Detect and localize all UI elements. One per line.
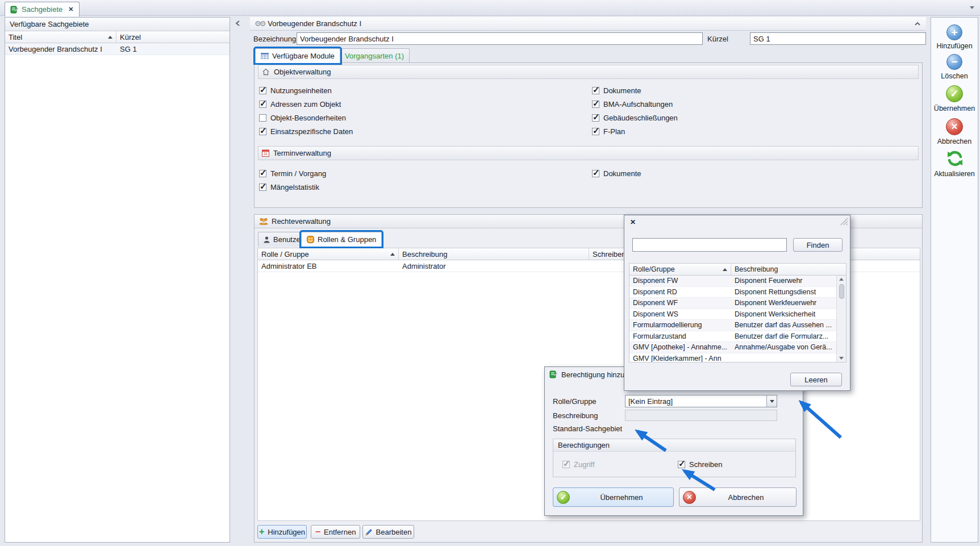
checkbox[interactable] bbox=[592, 87, 599, 94]
tab-verfuegbare-module[interactable]: Verfügbare Module bbox=[255, 48, 340, 63]
toolbar-loeschen-label: Löschen bbox=[931, 72, 978, 80]
checkbox-einsatzspezifische-daten[interactable]: Einsatzspezifische Daten bbox=[259, 127, 353, 136]
sort-ascending-icon bbox=[723, 268, 727, 271]
scrollbar[interactable] bbox=[836, 276, 846, 362]
bezeichnung-input[interactable] bbox=[297, 32, 703, 45]
lookup-column-rolle-gruppe[interactable]: Rolle/Gruppe bbox=[629, 264, 731, 275]
checkbox[interactable] bbox=[592, 170, 599, 177]
scroll-down-icon[interactable] bbox=[839, 357, 844, 360]
check-icon: ✓ bbox=[557, 491, 570, 504]
combobox-dropdown-button[interactable] bbox=[766, 395, 777, 407]
checkbox[interactable] bbox=[259, 170, 266, 177]
list-item[interactable]: Disponent WFDisponent Werkfeuerwehr bbox=[629, 298, 836, 309]
kuerzel-input[interactable] bbox=[750, 32, 926, 45]
checkbox-bma-aufschaltungen[interactable]: BMA-Aufschaltungen bbox=[592, 99, 673, 109]
checkbox[interactable] bbox=[592, 114, 599, 122]
list-item[interactable]: Disponent RDDisponent Rettungsdienst bbox=[629, 287, 836, 298]
main-panel-header: ⚙⚙ Vorbeugender Brandschutz I bbox=[250, 17, 926, 31]
hinzufuegen-row-button[interactable]: + Hinzufügen bbox=[257, 525, 307, 539]
rolle-gruppe-label: Rolle/Gruppe bbox=[553, 397, 597, 406]
pencil-icon bbox=[365, 528, 373, 536]
toolbar-loeschen-button[interactable]: − bbox=[946, 54, 962, 70]
beschreibung-input[interactable] bbox=[625, 410, 777, 421]
column-header-rolle-gruppe[interactable]: Rolle / Gruppe bbox=[258, 248, 399, 260]
checkbox-termin-vorgang[interactable]: Termin / Vorgang bbox=[259, 169, 326, 178]
cross-icon: ✕ bbox=[683, 491, 696, 504]
popup-close-icon[interactable]: ✕ bbox=[630, 218, 636, 226]
checkbox[interactable] bbox=[678, 461, 685, 468]
collapse-left-panel-button[interactable] bbox=[233, 19, 243, 28]
tab-overflow-icon[interactable] bbox=[970, 6, 974, 9]
checkbox[interactable] bbox=[259, 114, 266, 122]
lookup-search-input[interactable] bbox=[632, 238, 787, 252]
house-icon bbox=[262, 68, 270, 76]
table-row-sachgebiet[interactable]: Vorbeugender Brandschutz I SG 1 bbox=[5, 43, 230, 55]
scrollbar-thumb[interactable] bbox=[839, 284, 844, 299]
tab-vorgangsarten[interactable]: Vorgangsarten (1) bbox=[328, 48, 410, 63]
column-header-kuerzel[interactable]: Kürzel bbox=[116, 31, 230, 43]
checkbox-dokumente-termin[interactable]: Dokumente bbox=[592, 169, 641, 178]
toolbar-hinzufuegen-button[interactable]: + bbox=[946, 24, 962, 40]
toolbar-abbrechen-button[interactable]: ✕ bbox=[946, 118, 963, 135]
checkbox-zugriff[interactable]: Zugriff bbox=[562, 460, 595, 469]
notebook-icon bbox=[549, 370, 557, 378]
checkbox-maengelstatistik[interactable]: Mängelstatistik bbox=[259, 182, 319, 191]
leeren-button[interactable]: Leeren bbox=[790, 373, 842, 386]
checkbox[interactable] bbox=[259, 128, 266, 135]
toolbar-hinzufuegen-label: Hinzufügen bbox=[931, 42, 978, 50]
checkbox-nutzungseinheiten[interactable]: Nutzungseinheiten bbox=[259, 86, 332, 95]
tab-sachgebiete[interactable]: Sachgebiete ✕ bbox=[5, 2, 80, 16]
person-icon bbox=[264, 236, 270, 243]
bezeichnung-label: Bezeichnung bbox=[253, 35, 296, 43]
column-header-titel[interactable]: Titel bbox=[5, 31, 116, 43]
checkbox[interactable] bbox=[592, 101, 599, 108]
checkbox-schreiben[interactable]: Schreiben bbox=[678, 460, 723, 469]
list-item[interactable]: GMV [Kleiderkammer] - Ann bbox=[629, 353, 836, 362]
section-objektverwaltung-header: Objektverwaltung bbox=[258, 65, 919, 79]
checkbox-f-plan[interactable]: F-Plan bbox=[592, 127, 625, 136]
close-tab-icon[interactable]: ✕ bbox=[68, 6, 73, 13]
list-item[interactable]: Disponent WSDisponent Werksicherheit bbox=[629, 309, 836, 320]
checkbox-gebaeudeschliessungen[interactable]: Gebäudeschließungen bbox=[592, 113, 678, 122]
refresh-icon[interactable] bbox=[946, 149, 964, 168]
checkbox-dokumente-objekt[interactable]: Dokumente bbox=[592, 86, 641, 95]
bearbeiten-row-button[interactable]: Bearbeiten bbox=[362, 525, 414, 539]
tab-rollen-gruppen[interactable]: Rollen & Gruppen bbox=[301, 232, 382, 247]
list-item[interactable]: FormularmodellierungBenutzer darf das Au… bbox=[629, 320, 836, 331]
rolle-gruppe-combobox[interactable]: [Kein Eintrag] bbox=[625, 395, 777, 407]
scroll-up-icon[interactable] bbox=[839, 278, 844, 281]
toolbar-abbrechen-label: Abbrechen bbox=[931, 137, 978, 145]
group-icon bbox=[259, 218, 268, 225]
toolbar-uebernehmen-label: Übernehmen bbox=[931, 105, 978, 112]
tab-strip: Sachgebiete ✕ bbox=[0, 0, 980, 16]
checkbox[interactable] bbox=[259, 184, 266, 191]
kuerzel-label: Kürzel bbox=[707, 35, 728, 43]
entfernen-row-button[interactable]: − Entfernen bbox=[311, 525, 360, 539]
main-panel-title: Vorbeugender Brandschutz I bbox=[268, 17, 361, 30]
finden-button[interactable]: Finden bbox=[793, 238, 843, 252]
dialog-abbrechen-button[interactable]: ✕ Abbrechen bbox=[679, 487, 796, 507]
toolbar-aktualisieren-label: Aktualisieren bbox=[931, 170, 978, 178]
table-grid-icon bbox=[261, 53, 269, 60]
checkbox[interactable] bbox=[259, 101, 266, 108]
list-item[interactable]: Disponent FWDisponent Feuerwehr bbox=[629, 276, 836, 287]
checkbox[interactable] bbox=[592, 128, 599, 135]
tab-label: Sachgebiete bbox=[22, 5, 62, 14]
collapse-panel-icon[interactable] bbox=[914, 20, 921, 28]
column-header-beschreibung[interactable]: Beschreibung bbox=[399, 248, 589, 260]
left-panel-header: Verfügbare Sachgebiete bbox=[5, 18, 230, 31]
notebook-icon bbox=[10, 6, 18, 14]
list-item[interactable]: GMV [Apotheke] - Annahme...Annahme/Ausga… bbox=[629, 342, 836, 353]
toolbar-uebernehmen-button[interactable]: ✓ bbox=[946, 85, 963, 102]
checkbox-objekt-besonderheiten[interactable]: Objekt-Besonderheiten bbox=[259, 113, 346, 122]
checkbox-adressen-zum-objekt[interactable]: Adressen zum Objekt bbox=[259, 99, 341, 109]
resize-grip-icon[interactable] bbox=[840, 217, 848, 226]
lookup-column-beschreibung[interactable]: Beschreibung bbox=[731, 264, 846, 275]
list-item[interactable]: FormularzustandBenutzer darf die Formula… bbox=[629, 331, 836, 343]
checkbox bbox=[562, 461, 570, 468]
sort-ascending-icon bbox=[390, 253, 395, 256]
checkbox[interactable] bbox=[259, 87, 266, 94]
dialog-uebernehmen-button[interactable]: ✓ Übernehmen bbox=[553, 487, 674, 507]
rechteverwaltung-title: Rechteverwaltung bbox=[272, 215, 331, 228]
calendar-31-icon: 31 bbox=[262, 149, 269, 157]
